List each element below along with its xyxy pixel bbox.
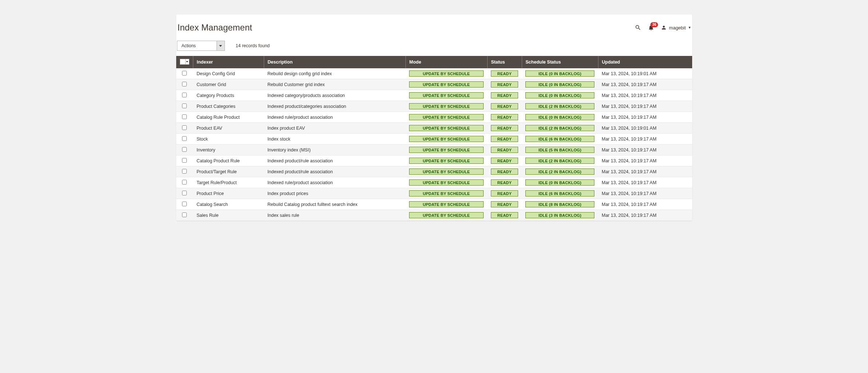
table-row[interactable]: Product/Target RuleIndexed product/rule …: [176, 166, 692, 177]
table-row[interactable]: Sales RuleIndex sales ruleUPDATE BY SCHE…: [176, 210, 692, 221]
cell-description: Index sales rule: [264, 210, 405, 221]
cell-description: Rebuild Catalog product fulltext search …: [264, 199, 405, 210]
cell-indexer: Inventory: [193, 145, 264, 155]
schedule-badge: IDLE (3 IN BACKLOG): [525, 212, 594, 218]
table-row[interactable]: Target Rule/ProductIndexed rule/product …: [176, 177, 692, 188]
schedule-badge: IDLE (5 IN BACKLOG): [525, 147, 594, 153]
table-row[interactable]: Design Config GridRebuild design config …: [176, 68, 692, 79]
cell-description: Indexed product/categories association: [264, 101, 405, 112]
column-status[interactable]: Status: [487, 56, 522, 68]
column-schedule-status[interactable]: Schedule Status: [522, 56, 598, 68]
mode-badge: UPDATE BY SCHEDULE: [409, 179, 484, 186]
mode-badge: UPDATE BY SCHEDULE: [409, 169, 484, 175]
table-row[interactable]: Product CategoriesIndexed product/catego…: [176, 101, 692, 112]
column-mode[interactable]: Mode: [405, 56, 487, 68]
row-checkbox[interactable]: [182, 82, 187, 86]
notifications-icon[interactable]: 36: [648, 24, 654, 31]
user-menu[interactable]: magebit ▼: [661, 25, 691, 31]
user-name: magebit: [669, 25, 686, 31]
cell-indexer: Sales Rule: [193, 210, 264, 221]
mode-badge: UPDATE BY SCHEDULE: [409, 103, 484, 109]
row-checkbox[interactable]: [182, 147, 187, 152]
status-badge: READY: [491, 212, 518, 218]
cell-description: Rebuild Customer grid index: [264, 79, 405, 90]
table-row[interactable]: Customer GridRebuild Customer grid index…: [176, 79, 692, 90]
row-checkbox[interactable]: [182, 169, 187, 174]
table-row[interactable]: Catalog Product RuleIndexed product/rule…: [176, 155, 692, 166]
column-description[interactable]: Description: [264, 56, 405, 68]
select-all-checkbox[interactable]: [180, 59, 189, 65]
cell-updated: Mar 13, 2024, 10:19:17 AM: [598, 210, 692, 221]
cell-indexer: Catalog Product Rule: [193, 155, 264, 166]
cell-updated: Mar 13, 2024, 10:19:01 AM: [598, 123, 692, 134]
schedule-badge: IDLE (0 IN BACKLOG): [525, 81, 594, 88]
status-badge: READY: [491, 147, 518, 153]
table-row[interactable]: StockIndex stockUPDATE BY SCHEDULEREADYI…: [176, 134, 692, 145]
row-checkbox[interactable]: [182, 114, 187, 119]
user-icon: [661, 25, 667, 31]
cell-updated: Mar 13, 2024, 10:19:17 AM: [598, 79, 692, 90]
table-row[interactable]: Product PriceIndex product pricesUPDATE …: [176, 188, 692, 199]
cell-indexer: Catalog Search: [193, 199, 264, 210]
schedule-badge: IDLE (0 IN BACKLOG): [525, 114, 594, 120]
mode-badge: UPDATE BY SCHEDULE: [409, 190, 484, 196]
schedule-badge: IDLE (0 IN BACKLOG): [525, 92, 594, 98]
row-checkbox[interactable]: [182, 158, 187, 163]
status-badge: READY: [491, 179, 518, 186]
row-checkbox[interactable]: [182, 93, 187, 97]
cell-description: Index stock: [264, 134, 405, 145]
cell-description: Indexed category/products association: [264, 90, 405, 101]
row-checkbox[interactable]: [182, 212, 187, 217]
cell-description: Indexed rule/product association: [264, 177, 405, 188]
schedule-badge: IDLE (6 IN BACKLOG): [525, 190, 594, 196]
column-indexer[interactable]: Indexer: [193, 56, 264, 68]
mode-badge: UPDATE BY SCHEDULE: [409, 92, 484, 98]
cell-updated: Mar 13, 2024, 10:19:17 AM: [598, 112, 692, 123]
chevron-down-icon: [217, 41, 225, 50]
table-row[interactable]: Catalog Rule ProductIndexed rule/product…: [176, 112, 692, 123]
indexer-table: Indexer Description Mode Status Schedule…: [176, 56, 692, 221]
mode-badge: UPDATE BY SCHEDULE: [409, 158, 484, 164]
cell-updated: Mar 13, 2024, 10:19:17 AM: [598, 155, 692, 166]
status-badge: READY: [491, 114, 518, 120]
column-updated[interactable]: Updated: [598, 56, 692, 68]
notifications-badge: 36: [650, 22, 658, 27]
schedule-badge: IDLE (2 IN BACKLOG): [525, 169, 594, 175]
table-row[interactable]: Category ProductsIndexed category/produc…: [176, 90, 692, 101]
search-icon[interactable]: [635, 24, 641, 31]
table-row[interactable]: InventoryInventory index (MSI)UPDATE BY …: [176, 145, 692, 155]
cell-indexer: Design Config Grid: [193, 68, 264, 79]
caret-down-icon: ▼: [688, 26, 691, 29]
status-badge: READY: [491, 70, 518, 77]
cell-indexer: Product/Target Rule: [193, 166, 264, 177]
cell-indexer: Product EAV: [193, 123, 264, 134]
cell-description: Indexed product/rule association: [264, 155, 405, 166]
cell-description: Indexed product/rule association: [264, 166, 405, 177]
cell-updated: Mar 13, 2024, 10:19:17 AM: [598, 145, 692, 155]
cell-description: Index product prices: [264, 188, 405, 199]
status-badge: READY: [491, 201, 518, 207]
row-checkbox[interactable]: [182, 104, 187, 108]
main-panel: Index Management 36 magebit ▼ Actions 14…: [176, 15, 692, 221]
actions-dropdown[interactable]: Actions: [177, 41, 225, 51]
status-badge: READY: [491, 136, 518, 142]
status-badge: READY: [491, 81, 518, 88]
cell-indexer: Category Products: [193, 90, 264, 101]
cell-indexer: Catalog Rule Product: [193, 112, 264, 123]
row-checkbox[interactable]: [182, 136, 187, 141]
mode-badge: UPDATE BY SCHEDULE: [409, 212, 484, 218]
row-checkbox[interactable]: [182, 125, 187, 130]
schedule-badge: IDLE (8 IN BACKLOG): [525, 201, 594, 207]
header-actions: 36 magebit ▼: [635, 24, 691, 31]
row-checkbox[interactable]: [182, 71, 187, 76]
row-checkbox[interactable]: [182, 180, 187, 185]
cell-updated: Mar 13, 2024, 10:19:17 AM: [598, 134, 692, 145]
mode-badge: UPDATE BY SCHEDULE: [409, 125, 484, 131]
table-row[interactable]: Product EAVIndex product EAVUPDATE BY SC…: [176, 123, 692, 134]
status-badge: READY: [491, 169, 518, 175]
cell-description: Index product EAV: [264, 123, 405, 134]
row-checkbox[interactable]: [182, 202, 187, 206]
cell-updated: Mar 13, 2024, 10:19:17 AM: [598, 90, 692, 101]
table-row[interactable]: Catalog SearchRebuild Catalog product fu…: [176, 199, 692, 210]
row-checkbox[interactable]: [182, 191, 187, 195]
